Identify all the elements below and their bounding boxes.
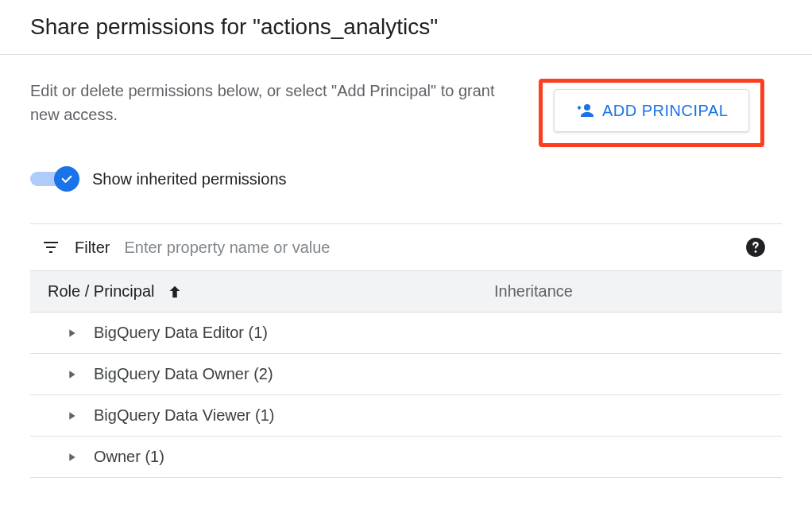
table-row[interactable]: BigQuery Data Editor (1) [30, 313, 782, 354]
row-label: Owner (1) [94, 448, 164, 466]
add-person-icon [575, 101, 594, 120]
chevron-right-icon [65, 410, 78, 422]
arrow-up-icon [166, 283, 184, 301]
page-title: Share permissions for "actions_analytics… [30, 14, 782, 40]
filter-input[interactable] [124, 239, 731, 257]
column-inheritance[interactable]: Inheritance [494, 282, 764, 301]
row-label: BigQuery Data Editor (1) [94, 324, 268, 342]
table-header: Role / Principal Inheritance [30, 270, 782, 313]
table-row[interactable]: BigQuery Data Viewer (1) [30, 395, 782, 437]
filter-label: Filter [75, 239, 110, 257]
add-principal-button[interactable]: ADD PRINCIPAL [554, 89, 749, 132]
chevron-right-icon [65, 327, 78, 340]
description-text: Edit or delete permissions below, or sel… [30, 79, 523, 126]
svg-point-2 [755, 250, 757, 253]
check-icon [60, 172, 74, 186]
help-icon[interactable] [745, 237, 766, 258]
table-row[interactable]: Owner (1) [30, 437, 782, 478]
chevron-right-icon [65, 451, 78, 464]
filter-bar: Filter [30, 223, 782, 270]
filter-icon [41, 238, 60, 257]
chevron-right-icon [65, 368, 78, 381]
inherited-permissions-toggle[interactable] [30, 166, 79, 192]
svg-point-0 [584, 104, 590, 111]
column-role-label: Role / Principal [48, 282, 155, 301]
add-principal-highlight: ADD PRINCIPAL [539, 79, 764, 147]
row-label: BigQuery Data Viewer (1) [94, 406, 275, 425]
toggle-thumb [54, 166, 79, 192]
column-role-principal[interactable]: Role / Principal [48, 282, 494, 301]
add-principal-label: ADD PRINCIPAL [602, 102, 728, 120]
table-row[interactable]: BigQuery Data Owner (2) [30, 354, 782, 395]
row-label: BigQuery Data Owner (2) [94, 365, 273, 383]
toggle-label: Show inherited permissions [92, 170, 287, 188]
